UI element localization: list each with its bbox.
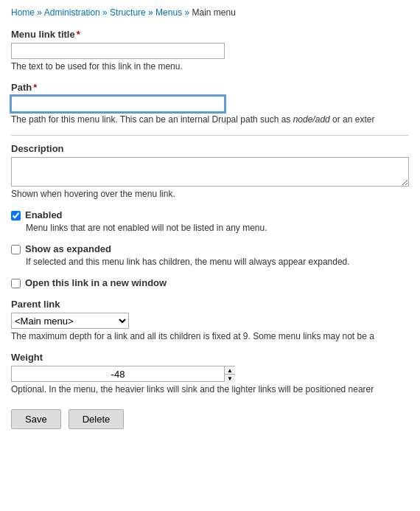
enabled-checkbox[interactable] [11,211,21,220]
enabled-section: Enabled Menu links that are not enabled … [11,209,409,233]
enabled-desc: Menu links that are not enabled will not… [26,223,409,233]
new-window-section: Open this link in a new window [11,277,409,288]
button-row: Save Delete [11,409,409,429]
expanded-checkbox[interactable] [11,245,21,254]
description-label: Description [11,143,409,154]
expanded-label[interactable]: Show as expanded [25,243,111,254]
delete-button[interactable]: Delete [69,409,125,429]
new-window-checkbox[interactable] [11,279,21,288]
parent-link-select[interactable]: <Main menu> [11,313,129,329]
expanded-section: Show as expanded If selected and this me… [11,243,409,267]
breadcrumb-menus[interactable]: Menus [155,7,182,18]
menu-link-title-input[interactable] [11,43,225,59]
new-window-label[interactable]: Open this link in a new window [25,277,167,288]
description-input[interactable] [11,157,409,187]
weight-label: Weight [11,352,409,363]
path-section: Path* The path for this menu link. This … [11,82,409,125]
menu-link-title-section: Menu link title* The text to be used for… [11,29,409,72]
weight-control: ▲ ▼ [11,366,409,382]
description-divider [11,135,409,136]
weight-section: Weight ▲ ▼ Optional. In the menu, the he… [11,352,409,394]
description-section: Description Shown when hovering over the… [11,135,409,199]
menu-link-title-label: Menu link title* [11,29,409,40]
breadcrumb-administration[interactable]: Administration [44,7,100,18]
parent-link-desc: The maximum depth for a link and all its… [11,331,409,341]
path-required: * [33,82,37,93]
weight-input[interactable] [11,366,225,382]
description-desc: Shown when hovering over the menu link. [11,189,409,199]
parent-link-section: Parent link <Main menu> The maximum dept… [11,299,409,341]
save-button[interactable]: Save [11,409,61,429]
menu-link-title-label-text: Menu link title [11,29,75,40]
expanded-desc: If selected and this menu link has child… [26,257,409,267]
path-desc: The path for this menu link. This can be… [11,114,409,125]
breadcrumb-structure[interactable]: Structure [110,7,146,18]
parent-link-label: Parent link [11,299,409,310]
weight-desc: Optional. In the menu, the heavier links… [11,384,409,394]
path-label: Path* [11,82,409,93]
path-input[interactable] [11,96,225,112]
enabled-row: Enabled [11,209,409,220]
breadcrumb: Home » Administration » Structure » Menu… [11,7,409,18]
weight-down-button[interactable]: ▼ [225,375,235,383]
breadcrumb-home[interactable]: Home [11,7,35,18]
menu-link-title-required: * [77,29,80,40]
menu-link-title-desc: The text to be used for this link in the… [11,61,409,72]
enabled-label[interactable]: Enabled [25,209,63,220]
weight-spinner: ▲ ▼ [225,366,235,382]
path-label-text: Path [11,82,32,93]
new-window-row: Open this link in a new window [11,277,409,288]
breadcrumb-main-menu: Main menu [192,7,235,18]
weight-up-button[interactable]: ▲ [225,366,235,375]
expanded-row: Show as expanded [11,243,409,254]
